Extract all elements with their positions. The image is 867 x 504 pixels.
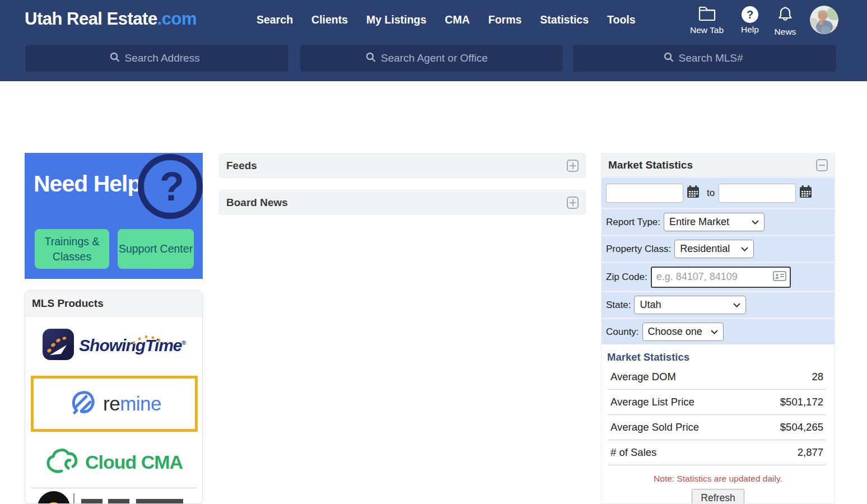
help-button[interactable]: Help — [738, 6, 762, 35]
search-icon — [366, 52, 376, 64]
market-statistics-results: Market Statistics Average DOM 28 Average… — [602, 342, 835, 504]
need-help-title: Need Help — [34, 171, 141, 197]
chevron-down-icon — [741, 247, 748, 251]
folder-icon — [698, 6, 716, 24]
calendar-icon[interactable] — [686, 185, 700, 201]
nav-item-my-listings[interactable]: My Listings — [366, 13, 426, 26]
date-to-input[interactable] — [719, 184, 796, 203]
county-select[interactable]: Choose one — [642, 323, 724, 341]
zip-code-field — [651, 267, 791, 288]
stat-label: Average Sold Price — [610, 421, 699, 433]
product-showingtime[interactable]: ShowingTime® — [25, 316, 202, 375]
date-from-input[interactable] — [606, 184, 683, 203]
divider — [31, 488, 197, 488]
search-icon — [110, 52, 120, 64]
mls-products-title: MLS Products — [25, 291, 202, 316]
search-mls-box[interactable] — [572, 44, 837, 72]
county-label: County: — [606, 326, 639, 338]
cloudcma-wordmark: Cloud CMA — [85, 451, 183, 473]
report-type-select[interactable]: Entire Market — [664, 213, 765, 231]
zip-code-input[interactable] — [651, 267, 791, 288]
partial-product-logo[interactable] — [25, 490, 202, 504]
refresh-button[interactable]: Refresh — [692, 489, 744, 504]
chevron-down-icon — [752, 220, 759, 225]
nav-item-statistics[interactable]: Statistics — [540, 13, 589, 26]
site-logo-main: Utah Real Estate — [25, 9, 157, 29]
report-type-value: Entire Market — [669, 216, 729, 228]
help-label: Help — [741, 25, 759, 35]
remine-pin-icon — [67, 388, 97, 420]
search-address-input[interactable] — [125, 52, 204, 64]
new-tab-label: New Tab — [690, 25, 724, 35]
collapse-minus-icon[interactable] — [816, 159, 828, 171]
nav-item-forms[interactable]: Forms — [488, 13, 522, 26]
utahrealestate-dashboard: Utah Real Estate.com Search Clients My L… — [0, 0, 867, 504]
state-select[interactable]: Utah — [634, 296, 746, 314]
nav-item-cma[interactable]: CMA — [445, 13, 469, 26]
county-value: Choose one — [648, 326, 702, 338]
expand-plus-icon[interactable] — [567, 160, 579, 172]
date-range-row: to — [602, 178, 835, 208]
feeds-title: Feeds — [226, 160, 257, 172]
nav-item-search[interactable]: Search — [257, 13, 293, 26]
site-logo-suffix: .com — [157, 9, 197, 29]
stat-value: 28 — [812, 371, 823, 383]
new-tab-button[interactable]: New Tab — [689, 6, 725, 35]
site-logo[interactable]: Utah Real Estate.com — [25, 9, 197, 29]
remine-name-black: re — [103, 393, 120, 414]
search-agent-office-box[interactable] — [300, 44, 563, 72]
news-label: News — [775, 27, 796, 37]
expand-plus-icon[interactable] — [567, 197, 579, 209]
chevron-down-icon — [733, 303, 740, 307]
zip-code-label: Zip Code: — [606, 272, 647, 283]
partial-logo-text-fragment — [108, 499, 129, 504]
market-statistics-form: to Report Type: — [602, 176, 835, 342]
stat-row-average-list-price: Average List Price $501,172 — [608, 390, 826, 415]
contact-card-icon[interactable] — [773, 271, 786, 283]
partial-logo-text-fragment — [136, 499, 183, 504]
support-center-button[interactable]: Support Center — [118, 229, 194, 269]
market-statistics-title: Market Statistics — [608, 159, 693, 171]
top-navbar: Utah Real Estate.com Search Clients My L… — [0, 0, 867, 81]
remine-product-highlight[interactable]: remine — [31, 376, 198, 432]
bell-icon — [777, 6, 793, 25]
stat-value: $504,265 — [780, 421, 823, 433]
market-statistics-header: Market Statistics — [602, 153, 835, 176]
trainings-classes-button[interactable]: Trainings & Classes — [35, 229, 109, 269]
property-class-select[interactable]: Residential — [674, 240, 754, 258]
partial-logo-text-fragment — [81, 499, 102, 504]
question-circle-icon — [742, 6, 758, 23]
question-mark-icon: ? — [138, 154, 203, 219]
calendar-icon[interactable] — [799, 185, 813, 201]
remine-name-blue: mine — [120, 393, 161, 414]
stat-label: Average List Price — [610, 396, 694, 408]
property-class-row: Property Class: Residential — [602, 236, 835, 262]
stat-label: Average DOM — [610, 371, 676, 383]
stat-value: 2,877 — [798, 446, 823, 459]
stat-row-average-dom: Average DOM 28 — [608, 365, 826, 390]
market-statistics-panel: Market Statistics — [601, 153, 835, 504]
board-news-panel: Board News — [218, 190, 586, 215]
search-address-box[interactable] — [25, 44, 289, 72]
user-avatar[interactable] — [810, 6, 838, 34]
showingtime-app-icon — [42, 328, 74, 363]
state-label: State: — [606, 300, 631, 311]
need-help-banner[interactable]: Need Help ? Trainings & Classes Support … — [25, 153, 203, 279]
property-class-value: Residential — [680, 243, 730, 255]
search-agent-office-input[interactable] — [381, 52, 497, 64]
stat-row-average-sold-price: Average Sold Price $504,265 — [608, 415, 826, 440]
search-mls-input[interactable] — [679, 52, 746, 64]
state-row: State: Utah — [602, 292, 835, 318]
date-range-to-label: to — [707, 188, 715, 199]
news-button[interactable]: News — [772, 6, 799, 37]
remine-wordmark: remine — [103, 393, 161, 415]
registered-mark: ® — [182, 340, 185, 346]
nav-item-clients[interactable]: Clients — [311, 13, 348, 26]
partial-logo-divider — [73, 493, 74, 504]
stat-value: $501,172 — [780, 396, 823, 408]
results-heading: Market Statistics — [607, 351, 835, 363]
stat-label: # of Sales — [610, 446, 656, 459]
nav-item-tools[interactable]: Tools — [607, 13, 636, 26]
product-cloudcma[interactable]: Cloud CMA — [25, 437, 202, 487]
county-row: County: Choose one — [602, 319, 835, 344]
